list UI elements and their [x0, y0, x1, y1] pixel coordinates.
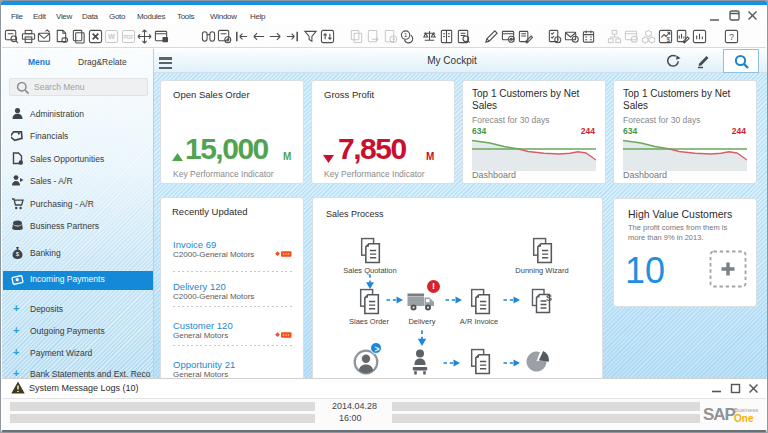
- svg-text:PDF: PDF: [123, 34, 133, 40]
- svg-text:?: ?: [729, 32, 734, 42]
- svg-text:$: $: [666, 36, 670, 43]
- svg-text:W: W: [108, 32, 116, 41]
- svg-text:1: 1: [404, 31, 408, 38]
